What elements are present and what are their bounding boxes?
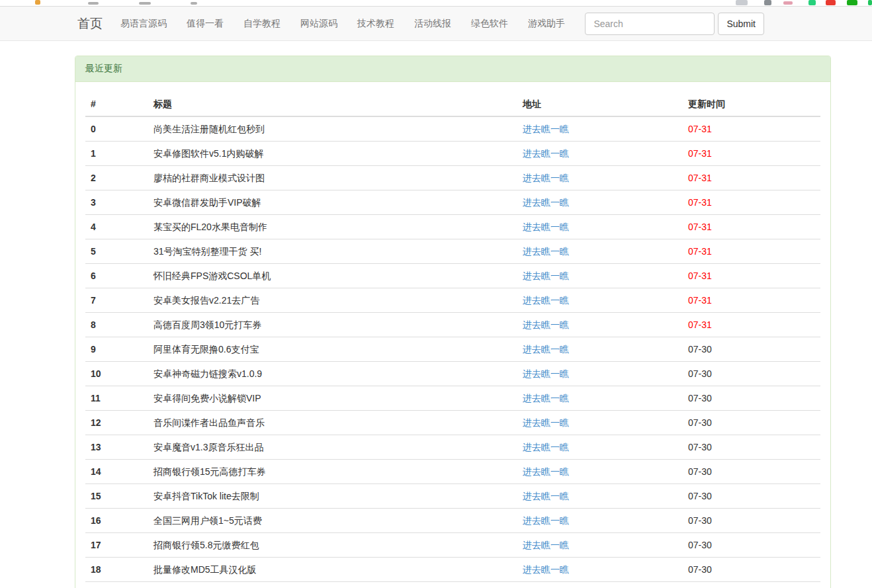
row-index: 8 [85, 313, 148, 337]
row-index: 18 [85, 558, 148, 582]
row-index: 9 [85, 337, 148, 362]
nav-item: 活动线报 [404, 18, 461, 30]
row-visit-link[interactable]: 进去瞧一瞧 [523, 295, 569, 306]
row-date: 07-30 [683, 337, 820, 362]
row-visit-link[interactable]: 进去瞧一瞧 [523, 222, 569, 232]
row-visit-link[interactable]: 进去瞧一瞧 [523, 564, 569, 575]
row-visit-link[interactable]: 进去瞧一瞧 [523, 466, 569, 477]
table-row: 5 31号淘宝特别整理干货 买! 进去瞧一瞧 07-31 [85, 239, 820, 264]
table-header-row: # 标题 地址 更新时间 [85, 92, 820, 116]
row-date: 07-31 [683, 190, 820, 215]
row-title: 安卓抖音TikTok lite去限制 [148, 484, 517, 509]
row-date: 07-31 [683, 264, 820, 288]
row-visit-link[interactable]: 进去瞧一瞧 [523, 393, 569, 403]
table-row: 18 批量修改MD5工具汉化版 进去瞧一瞧 07-30 [85, 558, 820, 582]
header-index: # [85, 92, 148, 116]
extension-icon-fragment [736, 0, 748, 5]
extension-icon-fragment [868, 0, 872, 5]
row-title: 招商银行领5.8元缴费红包 [148, 533, 517, 558]
row-date: 07-30 [683, 386, 820, 411]
nav-link-6[interactable]: 绿色软件 [461, 18, 518, 30]
browser-chrome-strip [0, 0, 872, 6]
row-index: 7 [85, 288, 148, 313]
extension-icon-fragment [783, 1, 793, 5]
table-row: 10 安卓神奇磁力链搜索v1.0.9 进去瞧一瞧 07-30 [85, 362, 820, 386]
extension-icon-fragment [808, 0, 816, 5]
nav-item: 网站源码 [290, 18, 347, 30]
row-index: 5 [85, 239, 148, 264]
row-visit-link[interactable]: 进去瞧一瞧 [523, 344, 569, 355]
nav-link-4[interactable]: 技术教程 [347, 18, 404, 30]
row-visit-link[interactable]: 进去瞧一瞧 [523, 246, 569, 257]
row-visit-link[interactable]: 进去瞧一瞧 [523, 368, 569, 379]
row-date: 07-30 [683, 484, 820, 509]
nav-link-0[interactable]: 易语言源码 [110, 18, 177, 30]
nav-item: 值得一看 [177, 18, 234, 30]
row-index: 2 [85, 166, 148, 190]
recent-updates-panel: 最近更新 # 标题 地址 更新时间 0 尚美生活注册随机红包秒到 进去瞧一瞧 0… [75, 56, 831, 588]
row-visit-link[interactable]: 进去瞧一瞧 [523, 491, 569, 501]
table-row: 11 安卓得间免费小说解锁VIP 进去瞧一瞧 07-30 [85, 386, 820, 411]
table-row: 9 阿里体育无限撸0.6支付宝 进去瞧一瞧 07-30 [85, 337, 820, 362]
row-title: 31号淘宝特别整理干货 买! [148, 239, 517, 264]
nav-item: 技术教程 [347, 18, 404, 30]
table-row: 14 招商银行领15元高德打车券 进去瞧一瞧 07-30 [85, 460, 820, 484]
row-title: 全国三网用户领1~5元话费 [148, 509, 517, 533]
row-title: 怀旧经典FPS游戏CSOL单机 [148, 264, 517, 288]
nav-link-5[interactable]: 活动线报 [404, 18, 461, 30]
row-index: 10 [85, 362, 148, 386]
nav-link-3[interactable]: 网站源码 [290, 18, 347, 30]
row-title: 廖桔的社群商业模式设计图 [148, 166, 517, 190]
nav-link-1[interactable]: 值得一看 [177, 18, 234, 30]
row-visit-link[interactable]: 进去瞧一瞧 [523, 515, 569, 526]
row-date: 07-30 [683, 411, 820, 435]
row-index: 15 [85, 484, 148, 509]
row-index: 14 [85, 460, 148, 484]
row-visit-link[interactable]: 进去瞧一瞧 [523, 319, 569, 330]
row-visit-link[interactable]: 进去瞧一瞧 [523, 417, 569, 428]
row-index: 1 [85, 142, 148, 166]
extension-icon-fragment [826, 0, 836, 5]
row-index: 11 [85, 386, 148, 411]
row-date: 07-30 [683, 460, 820, 484]
row-index: 0 [85, 116, 148, 142]
row-visit-link[interactable]: 进去瞧一瞧 [523, 271, 569, 281]
table-row: 8 高德百度周3领10元打车券 进去瞧一瞧 07-31 [85, 313, 820, 337]
extension-icon-fragment [847, 0, 857, 5]
table-row: 16 全国三网用户领1~5元话费 进去瞧一瞧 07-30 [85, 509, 820, 533]
row-date: 07-31 [683, 166, 820, 190]
row-title: 安卓得间免费小说解锁VIP [148, 386, 517, 411]
row-date: 07-31 [683, 313, 820, 337]
row-visit-link[interactable]: 进去瞧一瞧 [523, 148, 569, 159]
nav-item: 自学教程 [234, 18, 290, 30]
row-visit-link[interactable]: 进去瞧一瞧 [523, 540, 569, 550]
row-title: 音乐间谍作者出品鱼声音乐 [148, 411, 517, 435]
nav-home-link[interactable]: 首页 [77, 15, 103, 32]
row-date: 07-30 [683, 509, 820, 533]
row-visit-link[interactable]: 进去瞧一瞧 [523, 197, 569, 208]
main-navbar: 首页 易语言源码值得一看自学教程网站源码技术教程活动线报绿色软件游戏助手 Sub… [0, 6, 872, 41]
table-row: 6 怀旧经典FPS游戏CSOL单机 进去瞧一瞧 07-31 [85, 264, 820, 288]
nav-link-2[interactable]: 自学教程 [234, 18, 290, 30]
table-row: 3 安卓微信群发助手VIP破解 进去瞧一瞧 07-31 [85, 190, 820, 215]
row-visit-link[interactable]: 进去瞧一瞧 [523, 173, 569, 183]
search-submit-button[interactable]: Submit [718, 13, 764, 35]
search-input[interactable] [585, 13, 715, 35]
nav-item: 易语言源码 [110, 18, 177, 30]
row-visit-link[interactable]: 进去瞧一瞧 [523, 442, 569, 452]
row-title: 安卓修图软件v5.1内购破解 [148, 142, 517, 166]
row-index: 4 [85, 215, 148, 239]
row-index: 13 [85, 435, 148, 460]
table-row: 12 音乐间谍作者出品鱼声音乐 进去瞧一瞧 07-30 [85, 411, 820, 435]
extension-icon-fragment [764, 0, 771, 5]
table-row: 17 招商银行领5.8元缴费红包 进去瞧一瞧 07-30 [85, 533, 820, 558]
nav-item: 游戏助手 [518, 18, 575, 30]
row-title: 招商银行领15元高德打车券 [148, 460, 517, 484]
row-title: 安卓魔音v1.3原音乐狂出品 [148, 435, 517, 460]
panel-body: # 标题 地址 更新时间 0 尚美生活注册随机红包秒到 进去瞧一瞧 07-31 … [75, 82, 830, 588]
row-date: 07-31 [683, 142, 820, 166]
row-visit-link[interactable]: 进去瞧一瞧 [523, 124, 569, 134]
bookmark-text-fragment [139, 2, 151, 5]
header-date: 更新时间 [683, 92, 820, 116]
nav-link-7[interactable]: 游戏助手 [518, 18, 575, 30]
